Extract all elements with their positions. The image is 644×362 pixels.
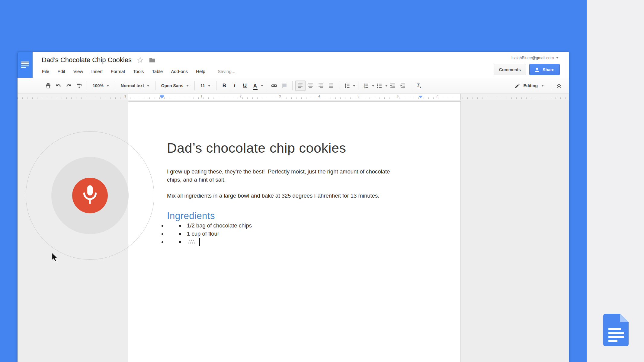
undo-button[interactable] <box>53 81 63 91</box>
paint-roller-icon <box>76 83 82 89</box>
ingredients-list: 1/2 bag of chocolate chips 1 cup of flou… <box>128 221 460 246</box>
menu-format[interactable]: Format <box>111 69 125 74</box>
ruler-ticks <box>18 97 569 99</box>
decrease-indent-button[interactable] <box>388 81 398 91</box>
print-button[interactable] <box>43 81 53 91</box>
menu-file[interactable]: File <box>42 69 49 74</box>
share-button[interactable]: Share <box>529 64 560 75</box>
document-page[interactable]: Dad’s chocolate chip cookies I grew up e… <box>128 101 461 362</box>
microphone-icon <box>81 183 99 208</box>
line-spacing-button[interactable] <box>342 81 352 91</box>
list-item[interactable]: 1/2 bag of chocolate chips <box>167 221 460 230</box>
docs-document-icon <box>21 62 29 68</box>
voice-typing-pending-dots-icon <box>187 240 195 244</box>
align-left-icon <box>297 83 303 89</box>
logo-text-lines <box>608 328 624 342</box>
align-right-icon <box>318 83 324 89</box>
document-content: Dad’s chocolate chip cookies I grew up e… <box>128 102 427 221</box>
paragraph-style-select[interactable]: Normal text <box>118 81 152 91</box>
doc-section-heading[interactable]: Ingredients <box>167 211 427 221</box>
ruler-number: 6 <box>397 95 399 98</box>
separator <box>87 81 87 90</box>
share-button-label: Share <box>543 67 554 72</box>
docs-home-button[interactable] <box>18 52 33 78</box>
ruler[interactable]: 1 1 2 3 4 5 6 7 <box>18 94 569 100</box>
ruler-page-area <box>128 94 461 100</box>
ruler-number: 5 <box>357 95 359 98</box>
italic-label: I <box>233 83 235 89</box>
editing-mode-button[interactable]: Editing <box>511 83 548 88</box>
increase-indent-button[interactable] <box>398 81 408 91</box>
comments-button[interactable]: Comments <box>494 64 526 75</box>
menu-table[interactable]: Table <box>152 69 163 74</box>
list-item[interactable]: 1 cup of flour <box>167 230 460 238</box>
pencil-icon <box>515 83 520 88</box>
doc-paragraph[interactable]: I grew up eating these, they’re the best… <box>167 167 427 184</box>
text-caret <box>199 238 200 246</box>
paint-format-button[interactable] <box>74 81 84 91</box>
underline-button[interactable]: U <box>240 81 250 91</box>
italic-button[interactable]: I <box>229 81 240 91</box>
insert-link-button[interactable] <box>269 81 279 91</box>
doc-paragraph[interactable]: Mix all ingredients in a large bowl and … <box>167 192 427 200</box>
separator <box>216 81 216 90</box>
doc-heading[interactable]: Dad’s chocolate chip cookies <box>167 140 427 156</box>
font-size-value: 11 <box>200 83 205 88</box>
logo-folded-corner <box>620 314 629 322</box>
numbered-list-icon: 123 <box>363 83 369 89</box>
paragraph-style-value: Normal text <box>121 83 144 88</box>
collapse-toolbar-button[interactable] <box>554 81 564 91</box>
align-center-icon <box>308 83 313 89</box>
menu-tools[interactable]: Tools <box>133 69 144 74</box>
chevron-down-icon <box>541 85 544 87</box>
star-icon[interactable] <box>137 57 143 63</box>
mouse-cursor <box>52 252 58 262</box>
left-indent-marker[interactable] <box>160 95 164 99</box>
menu-help[interactable]: Help <box>196 69 205 74</box>
right-indent-marker[interactable] <box>418 96 423 98</box>
screenshot-stage: Dad’s Chocolate Chip Cookies File Edit V… <box>0 0 644 362</box>
document-title[interactable]: Dad’s Chocolate Chip Cookies <box>42 56 132 64</box>
move-to-folder-icon[interactable] <box>149 57 155 63</box>
menu-view[interactable]: View <box>73 69 83 74</box>
chevron-down-icon[interactable] <box>353 85 355 87</box>
separator <box>339 81 339 90</box>
document-canvas: Dad’s chocolate chip cookies I grew up e… <box>18 100 569 362</box>
increase-indent-icon <box>400 83 406 89</box>
clear-formatting-button[interactable]: Tx <box>414 81 424 91</box>
ruler-number: 1 <box>124 95 126 98</box>
redo-button[interactable] <box>63 81 74 91</box>
align-left-button[interactable] <box>295 81 306 91</box>
chevron-down-icon <box>556 57 559 59</box>
chevron-down-icon[interactable] <box>372 85 374 87</box>
list-item[interactable] <box>167 238 460 246</box>
chevron-down-icon[interactable] <box>385 85 388 87</box>
bulleted-list-button[interactable] <box>374 81 385 91</box>
zoom-select[interactable]: 100% <box>90 81 112 91</box>
align-center-button[interactable] <box>306 81 316 91</box>
align-right-button[interactable] <box>316 81 326 91</box>
ruler-number: 4 <box>318 95 320 98</box>
toolbar: 100% Normal text Open Sans 11 B <box>18 78 569 94</box>
menu-edit[interactable]: Edit <box>57 69 65 74</box>
title-row: Dad’s Chocolate Chip Cookies <box>42 56 155 64</box>
menu-insert[interactable]: Insert <box>91 69 103 74</box>
voice-typing-mic-button[interactable] <box>72 178 108 213</box>
font-select[interactable]: Open Sans <box>158 81 192 91</box>
menu-addons[interactable]: Add-ons <box>171 69 188 74</box>
bold-label: B <box>223 83 226 89</box>
bold-button[interactable]: B <box>219 81 229 91</box>
text-color-button[interactable]: A <box>250 81 260 91</box>
justify-button[interactable] <box>326 81 336 91</box>
menu-bar: File Edit View Insert Format Tools Table… <box>42 69 235 74</box>
header-buttons: Comments Share <box>494 64 560 75</box>
font-size-select[interactable]: 11 <box>197 81 213 91</box>
insert-comment-button <box>279 81 290 91</box>
chevron-down-icon <box>208 85 210 87</box>
chevron-down-icon[interactable] <box>261 85 263 87</box>
account-menu[interactable]: IsaiahBluee@gmail.com <box>511 56 559 60</box>
justify-icon <box>328 83 334 89</box>
mode-controls: Editing <box>511 78 564 93</box>
numbered-list-button[interactable]: 123 <box>361 81 371 91</box>
separator <box>292 81 293 90</box>
